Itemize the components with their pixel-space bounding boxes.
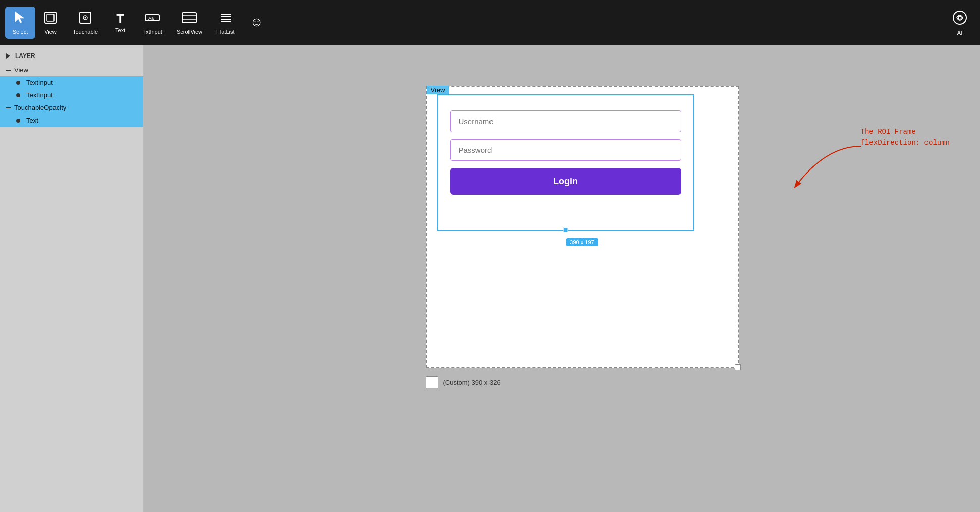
layer-panel: LAYER View TextInput TextInput Touchable… xyxy=(0,45,144,512)
layer-item-textinput1[interactable]: TextInput xyxy=(0,76,143,89)
text-icon: T xyxy=(116,12,124,25)
layer-item-view-root-label: View xyxy=(14,66,28,74)
layer-item-textinput2-label: TextInput xyxy=(26,91,53,99)
scrollview-icon xyxy=(181,11,197,27)
size-badge: 390 x 197 xyxy=(566,238,598,246)
ai-icon xyxy=(952,10,968,28)
layer-triangle-icon xyxy=(6,53,10,59)
indent2: TextInput xyxy=(16,91,53,99)
svg-point-17 xyxy=(958,16,961,19)
bullet-icon-1 xyxy=(16,81,20,85)
flatlist-label: FlatList xyxy=(216,29,234,35)
toolbar-text[interactable]: T Text xyxy=(105,8,135,37)
annotation-text: The ROI Frame flexDirection: column xyxy=(861,126,950,149)
outer-frame[interactable]: View Login 390 x 197 xyxy=(426,86,739,368)
layer-item-text-label: Text xyxy=(26,117,38,124)
annotation-line1: The ROI Frame xyxy=(861,128,916,136)
form-container: Login xyxy=(438,95,693,205)
toolbar: Select View Touchable T Text xyxy=(0,0,980,45)
annotation-line2: flexDirection: column xyxy=(861,139,950,147)
annotation-area: The ROI Frame flexDirection: column xyxy=(861,126,950,149)
layer-item-text[interactable]: Text xyxy=(0,114,143,127)
txtinput-label: TxtInput xyxy=(142,29,162,35)
indent1: TextInput xyxy=(16,79,53,86)
design-frame: View Login 390 x 197 xyxy=(426,86,739,368)
toolbar-flatlist[interactable]: FlatList xyxy=(209,7,241,39)
annotation-arrow-svg xyxy=(780,141,871,202)
flatlist-icon xyxy=(219,11,233,27)
svg-marker-0 xyxy=(15,12,24,23)
svg-point-5 xyxy=(85,17,86,19)
view-label-tab: View xyxy=(427,86,449,94)
layer-item-touchableopacity-label: TouchableOpacity xyxy=(14,104,66,111)
svg-point-16 xyxy=(953,11,966,24)
minus-icon xyxy=(6,70,11,71)
toolbar-view[interactable]: View xyxy=(35,7,66,39)
svg-rect-9 xyxy=(182,13,196,23)
canvas-area: View Login 390 x 197 xyxy=(144,45,980,512)
toolbar-touchable[interactable]: Touchable xyxy=(66,7,105,39)
toolbar-ai[interactable]: AI xyxy=(945,6,975,40)
toolbar-emoji[interactable]: ☺ xyxy=(242,11,272,34)
touchable-label: Touchable xyxy=(73,29,98,35)
resize-handle-br[interactable] xyxy=(735,364,741,370)
custom-size-label: (Custom) 390 x 326 xyxy=(426,376,501,388)
toolbar-select[interactable]: Select xyxy=(5,7,35,39)
main-layout: LAYER View TextInput TextInput Touchable… xyxy=(0,45,980,512)
minus-icon-2 xyxy=(6,107,11,108)
emoji-icon: ☺ xyxy=(250,15,263,28)
select-icon xyxy=(13,11,27,27)
layer-header-label: LAYER xyxy=(15,52,35,60)
username-input[interactable] xyxy=(450,110,681,132)
custom-size-box-icon xyxy=(426,376,438,388)
svg-text:Aa: Aa xyxy=(148,16,154,21)
ai-label: AI xyxy=(957,30,962,36)
touchable-icon xyxy=(78,11,92,27)
toolbar-scrollview[interactable]: ScrollView xyxy=(170,7,209,39)
layer-item-textinput1-label: TextInput xyxy=(26,79,53,86)
bullet-icon-2 xyxy=(16,93,20,97)
custom-size-text: (Custom) 390 x 326 xyxy=(443,379,501,386)
layer-header: LAYER xyxy=(0,50,143,64)
svg-rect-2 xyxy=(47,14,54,21)
toolbar-txtinput[interactable]: Aa TxtInput xyxy=(135,7,170,39)
view-label: View xyxy=(44,29,57,35)
select-label: Select xyxy=(13,29,28,35)
resize-handle-center[interactable] xyxy=(563,227,568,232)
txtinput-icon: Aa xyxy=(144,11,160,27)
scrollview-label: ScrollView xyxy=(177,29,202,35)
layer-item-touchableopacity[interactable]: TouchableOpacity xyxy=(0,101,143,114)
bullet-icon-3 xyxy=(16,119,20,123)
login-button[interactable]: Login xyxy=(450,168,681,195)
inner-view[interactable]: Login xyxy=(437,94,694,231)
password-input[interactable] xyxy=(450,139,681,161)
layer-item-textinput2[interactable]: TextInput xyxy=(0,89,143,101)
indent3: Text xyxy=(16,117,38,124)
layer-item-view-root[interactable]: View xyxy=(0,64,143,76)
view-icon xyxy=(43,11,58,27)
text-label: Text xyxy=(115,27,125,33)
